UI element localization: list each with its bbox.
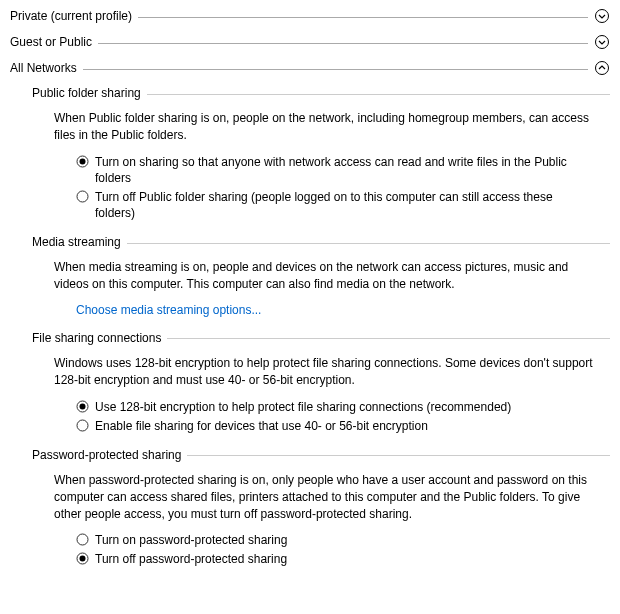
radio-40-56bit-encryption[interactable]: Enable file sharing for devices that use… [76,418,610,434]
section-all-label: All Networks [10,61,83,75]
divider [83,69,588,70]
subsection-header: Media streaming [32,235,610,249]
radio-group-password-sharing: Turn on password-protected sharing Turn … [76,532,610,567]
chevron-down-icon[interactable] [594,34,610,50]
radio-128bit-encryption[interactable]: Use 128-bit encryption to help protect f… [76,399,610,415]
subsection-public-folder-sharing: Public folder sharing When Public folder… [32,86,610,221]
subsection-title: Public folder sharing [32,86,147,100]
subsection-password-sharing: Password-protected sharing When password… [32,448,610,568]
subsection-title: File sharing connections [32,331,167,345]
subsection-title: Media streaming [32,235,127,249]
subsection-desc: When password-protected sharing is on, o… [54,472,594,522]
subsection-media-streaming: Media streaming When media streaming is … [32,235,610,317]
divider [138,17,588,18]
radio-password-off[interactable]: Turn off password-protected sharing [76,551,610,567]
radio-selected-icon[interactable] [76,400,89,413]
divider [147,94,610,95]
svg-point-7 [80,403,86,409]
link-media-streaming-options[interactable]: Choose media streaming options... [76,303,261,317]
divider [187,455,610,456]
svg-point-8 [77,420,88,431]
svg-point-9 [77,534,88,545]
radio-group-public-folder: Turn on sharing so that anyone with netw… [76,154,610,222]
svg-point-1 [596,36,609,49]
radio-label: Enable file sharing for devices that use… [95,418,428,434]
svg-point-4 [80,158,86,164]
radio-selected-icon[interactable] [76,552,89,565]
section-all-networks[interactable]: All Networks [10,60,610,76]
radio-group-file-sharing: Use 128-bit encryption to help protect f… [76,399,610,434]
svg-point-11 [80,556,86,562]
chevron-up-icon[interactable] [594,60,610,76]
subsection-file-sharing: File sharing connections Windows uses 12… [32,331,610,434]
svg-point-5 [77,191,88,202]
subsection-header: File sharing connections [32,331,610,345]
radio-unselected-icon[interactable] [76,190,89,203]
radio-label: Turn on sharing so that anyone with netw… [95,154,575,186]
radio-public-folder-on[interactable]: Turn on sharing so that anyone with netw… [76,154,610,186]
chevron-down-icon[interactable] [594,8,610,24]
radio-label: Turn on password-protected sharing [95,532,287,548]
subsection-title: Password-protected sharing [32,448,187,462]
radio-public-folder-off[interactable]: Turn off Public folder sharing (people l… [76,189,610,221]
radio-label: Turn off Public folder sharing (people l… [95,189,575,221]
section-guest[interactable]: Guest or Public [10,34,610,50]
svg-point-0 [596,10,609,23]
subsection-header: Public folder sharing [32,86,610,100]
subsection-desc: When Public folder sharing is on, people… [54,110,594,144]
radio-unselected-icon[interactable] [76,533,89,546]
subsection-header: Password-protected sharing [32,448,610,462]
section-private[interactable]: Private (current profile) [10,8,610,24]
divider [127,243,610,244]
radio-label: Use 128-bit encryption to help protect f… [95,399,511,415]
section-guest-label: Guest or Public [10,35,98,49]
radio-selected-icon[interactable] [76,155,89,168]
subsection-desc: Windows uses 128-bit encryption to help … [54,355,594,389]
radio-password-on[interactable]: Turn on password-protected sharing [76,532,610,548]
divider [167,338,610,339]
section-private-label: Private (current profile) [10,9,138,23]
radio-unselected-icon[interactable] [76,419,89,432]
radio-label: Turn off password-protected sharing [95,551,287,567]
subsection-desc: When media streaming is on, people and d… [54,259,594,293]
divider [98,43,588,44]
svg-point-2 [596,62,609,75]
